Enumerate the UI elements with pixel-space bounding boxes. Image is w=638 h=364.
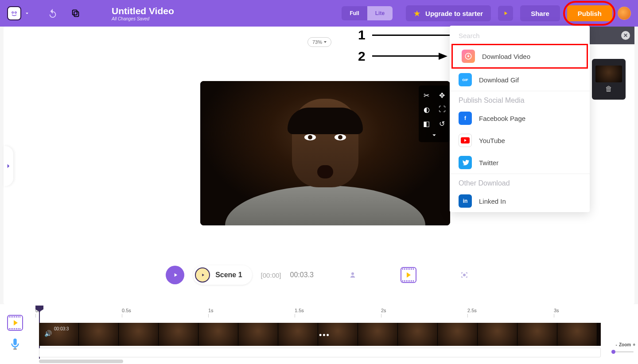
download-video-option[interactable]: Download Video (451, 44, 588, 69)
audio-track-icon[interactable] (8, 336, 22, 352)
gif-icon: GIF (459, 73, 472, 86)
tick: 1.5s (295, 308, 304, 313)
facebook-icon: f (459, 112, 472, 125)
app-logo[interactable] (7, 6, 21, 20)
delete-clip-icon[interactable]: 🗑 (605, 85, 612, 93)
timeline-scrollbar[interactable] (39, 360, 123, 363)
logo-area (7, 6, 30, 20)
download-video-label: Download Video (482, 53, 530, 60)
download-gif-label: Download Gif (479, 76, 519, 84)
scene-end-time: 00:03.3 (290, 271, 313, 279)
view-mode-toggle[interactable]: Full Lite (342, 6, 393, 20)
clip-thumbnail-card[interactable]: 🗑 (592, 59, 626, 100)
clip-duration-label: 00:03:3 (54, 326, 69, 331)
person-tool-icon[interactable] (345, 267, 361, 283)
upgrade-button[interactable]: ★ Upgrade to starter (406, 5, 491, 21)
play-all-button[interactable] (166, 266, 184, 284)
svg-rect-5 (73, 10, 77, 15)
move-tool-icon[interactable]: ✥ (434, 88, 450, 102)
facebook-option[interactable]: f Facebook Page (450, 107, 590, 129)
contrast-tool-icon[interactable]: ◐ (419, 102, 434, 116)
scene-name: Scene 1 (215, 271, 242, 279)
svg-rect-4 (74, 12, 78, 16)
timeline-track-icons (0, 304, 30, 364)
svg-point-8 (463, 274, 466, 276)
zoom-in-button[interactable]: + (633, 342, 635, 347)
app-header: Untitled Video All Changes Saved Full Li… (0, 0, 638, 27)
play-icon (201, 273, 205, 277)
tick: 1s (208, 308, 214, 313)
youtube-option[interactable]: YouTube (450, 129, 590, 151)
tick: 3s (554, 308, 559, 313)
tick: 2s (381, 308, 386, 313)
canvas-zoom-selector[interactable]: 73% (307, 37, 331, 47)
timeline-ruler[interactable]: 0s 0.5s 1s 1.5s 2s 2.5s 3s (35, 308, 607, 318)
timeline-panel: 0s 0.5s 1s 1.5s 2s 2.5s 3s 🔊 00:03:3 •••… (0, 304, 638, 364)
audio-track-lane[interactable] (39, 348, 601, 357)
scene-play-button[interactable] (195, 267, 210, 283)
svg-point-3 (15, 12, 16, 13)
twitter-label: Twitter (479, 159, 498, 167)
facebook-label: Facebook Page (479, 115, 525, 122)
scene-start-time: [00:00] (261, 271, 281, 279)
capture-tool-icon[interactable] (456, 267, 472, 283)
clip-more-icon[interactable]: ••• (319, 331, 330, 340)
youtube-label: YouTube (479, 137, 505, 144)
star-icon: ★ (414, 9, 420, 18)
other-section-header: Other Download (450, 174, 590, 190)
close-panel-button[interactable]: ✕ (621, 31, 630, 40)
zoom-out-button[interactable]: - (616, 342, 617, 347)
annotation-number-2: 2 (358, 49, 366, 64)
download-video-icon (462, 50, 475, 63)
publish-button[interactable]: Publish (567, 5, 612, 21)
upgrade-label: Upgrade to starter (425, 10, 483, 17)
youtube-icon (459, 134, 472, 147)
user-avatar[interactable] (618, 7, 631, 20)
zoom-label: Zoom (619, 342, 631, 347)
scene-film-icon[interactable] (401, 267, 416, 283)
undo-icon[interactable] (48, 8, 58, 18)
logo-dropdown-icon[interactable] (24, 10, 30, 16)
caret-down-icon (324, 41, 327, 43)
view-full[interactable]: Full (342, 6, 367, 20)
share-button[interactable]: Share (520, 5, 560, 21)
scene-controls-bar: Scene 1 [00:00] 00:03.3 (0, 263, 638, 287)
svg-rect-9 (13, 339, 17, 345)
preview-play-button[interactable] (498, 6, 513, 21)
project-title[interactable]: Untitled Video (112, 6, 174, 16)
linkedin-option[interactable]: in Linked In (450, 190, 590, 212)
video-frame-preview (200, 81, 450, 225)
dropdown-search-input[interactable]: Search (450, 26, 590, 44)
scene-chip[interactable]: Scene 1 (193, 265, 252, 285)
social-section-header: Publish Social Media (450, 91, 590, 107)
project-title-block: Untitled Video All Changes Saved (112, 6, 174, 21)
play-icon (172, 272, 179, 278)
tick: 0.5s (122, 308, 131, 313)
fit-tool-icon[interactable]: ⛶ (434, 102, 450, 116)
svg-point-7 (352, 273, 354, 275)
rotate-tool-icon[interactable]: ↺ (434, 116, 450, 131)
svg-point-2 (12, 12, 13, 13)
chevron-right-icon (4, 162, 12, 170)
cut-tool-icon[interactable]: ✂ (419, 88, 434, 102)
copy-icon[interactable] (71, 8, 81, 18)
timeline-zoom-slider[interactable] (611, 351, 634, 352)
monster-logo-icon (10, 9, 19, 18)
download-gif-option[interactable]: GIF Download Gif (450, 69, 590, 91)
linkedin-icon: in (459, 194, 472, 208)
left-panel-expand-tab[interactable] (4, 146, 13, 186)
timeline-zoom-control: - Zoom + (616, 342, 635, 347)
view-lite[interactable]: Lite (367, 6, 393, 20)
save-status: All Changes Saved (112, 16, 174, 21)
twitter-option[interactable]: Twitter (450, 151, 590, 174)
clip-thumbnail (595, 66, 622, 82)
twitter-icon (459, 156, 472, 169)
canvas-toolbar: ✂ ✥ ◐ ⛶ ◧ ↺ (419, 85, 450, 142)
video-track-icon[interactable] (7, 315, 23, 331)
half-tool-icon[interactable]: ◧ (419, 116, 434, 131)
history-controls (48, 8, 81, 18)
toolbar-expand-icon[interactable] (419, 131, 450, 139)
video-canvas[interactable] (200, 81, 450, 225)
clip-volume-icon[interactable]: 🔊 (44, 330, 52, 337)
tick: 2.5s (467, 308, 477, 313)
